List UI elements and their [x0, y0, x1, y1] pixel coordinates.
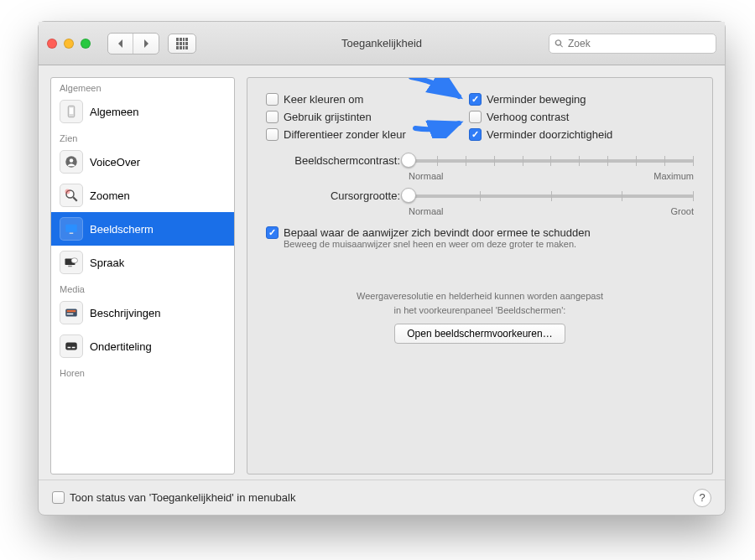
back-button[interactable]	[108, 34, 133, 54]
open-display-prefs-button[interactable]: Open beeldschermvoorkeuren…	[394, 324, 565, 344]
display-icon	[60, 217, 83, 241]
zoom-icon[interactable]	[81, 39, 91, 49]
nav-segment	[107, 33, 159, 54]
checkbox-icon	[469, 128, 482, 141]
sidebar-item-label: Ondertiteling	[90, 340, 152, 353]
checkbox-label: Verhoog contrast	[487, 111, 569, 123]
checkbox-icon	[52, 491, 65, 504]
checkbox-diff-without-color[interactable]: Differentieer zonder kleur	[266, 128, 459, 141]
slider-track[interactable]	[409, 188, 694, 205]
svg-point-6	[65, 189, 70, 194]
close-icon[interactable]	[47, 39, 57, 49]
preferences-window: Toegankelijkheid Algemeen Algemeen Zien	[38, 21, 726, 516]
minimize-icon[interactable]	[64, 39, 74, 49]
svg-rect-12	[65, 309, 77, 317]
checkbox-grid: Keer kleuren om Verminder beweging Gebru…	[266, 93, 694, 141]
slider-display-contrast: Beeldschermcontrast: Normaal Maximum	[266, 153, 694, 181]
sidebar-item-zoom[interactable]: Zoomen	[51, 179, 234, 212]
shake-description: Beweeg de muisaanwijzer snel heen en wee…	[284, 239, 694, 249]
checkbox-icon	[266, 128, 279, 141]
checkbox-icon	[266, 111, 279, 123]
checkbox-reduce-motion[interactable]: Verminder beweging	[469, 93, 694, 106]
checkbox-show-status-menubar[interactable]: Toon status van 'Toegankelijkheid' in me…	[52, 491, 295, 504]
slider-max-label: Maximum	[653, 171, 694, 181]
checkbox-icon	[469, 93, 482, 106]
svg-rect-1	[70, 108, 74, 115]
checkbox-label: Keer kleuren om	[284, 93, 363, 106]
toolbar: Toegankelijkheid	[39, 22, 725, 65]
checkbox-invert-colors[interactable]: Keer kleuren om	[266, 93, 459, 106]
sidebar-item-label: Beschrijvingen	[90, 307, 161, 319]
traffic-lights	[47, 39, 91, 49]
sidebar-item-display[interactable]: Beeldscherm	[51, 212, 234, 246]
svg-point-11	[71, 258, 78, 263]
checkbox-icon	[469, 111, 482, 123]
svg-rect-14	[67, 314, 74, 315]
svg-line-5	[73, 197, 77, 201]
checkbox-label: Verminder doorzichtigheid	[487, 128, 612, 141]
svg-point-3	[70, 158, 74, 163]
checkbox-label: Gebruik grijstinten	[284, 111, 372, 123]
resolution-note: Weergaveresolutie en helderheid kunnen w…	[266, 289, 694, 317]
slider-knob[interactable]	[401, 188, 416, 203]
sidebar-item-label: Beeldscherm	[90, 223, 154, 236]
checkbox-grayscale[interactable]: Gebruik grijstinten	[266, 111, 459, 123]
sidebar-item-descriptions[interactable]: Beschrijvingen	[51, 296, 234, 329]
svg-rect-17	[72, 347, 76, 349]
checkbox-increase-contrast[interactable]: Verhoog contrast	[469, 111, 694, 123]
svg-rect-13	[67, 310, 76, 312]
sidebar-item-voiceover[interactable]: VoiceOver	[51, 145, 234, 179]
shake-section: Bepaal waar de aanwijzer zich bevindt do…	[266, 226, 694, 249]
general-icon	[60, 100, 83, 123]
sidebar-item-speech[interactable]: Spraak	[51, 246, 234, 279]
svg-rect-7	[65, 225, 77, 232]
svg-rect-10	[68, 266, 72, 267]
captions-icon	[60, 334, 83, 358]
show-all-button[interactable]	[168, 34, 196, 54]
settings-panel: Keer kleuren om Verminder beweging Gebru…	[247, 77, 713, 474]
checkbox-shake-locate[interactable]: Bepaal waar de aanwijzer zich bevindt do…	[266, 226, 694, 239]
chevron-left-icon	[117, 39, 125, 48]
sidebar-list[interactable]: Algemeen Algemeen Zien VoiceOver	[51, 78, 234, 474]
search-icon	[555, 39, 564, 49]
checkbox-icon	[266, 93, 279, 106]
search-field[interactable]	[549, 34, 716, 54]
chevron-right-icon	[142, 39, 150, 48]
slider-cursor-size: Cursorgrootte: Normaal Groot	[266, 188, 694, 216]
group-header: Horen	[51, 363, 234, 380]
sidebar-item-label: Spraak	[90, 257, 124, 269]
sidebar-item-label: VoiceOver	[90, 156, 140, 169]
slider-min-label: Normaal	[409, 171, 444, 181]
checkbox-label: Toon status van 'Toegankelijkheid' in me…	[70, 491, 295, 504]
group-header: Media	[51, 279, 234, 296]
grid-icon	[176, 38, 188, 49]
speech-icon	[60, 251, 83, 274]
forward-button[interactable]	[133, 34, 159, 54]
sidebar-item-label: Zoomen	[90, 189, 130, 202]
checkbox-icon	[266, 226, 279, 239]
slider-max-label: Groot	[670, 206, 694, 216]
descriptions-icon	[60, 301, 83, 324]
checkbox-reduce-transparency[interactable]: Verminder doorzichtigheid	[469, 128, 694, 141]
group-header: Zien	[51, 128, 234, 145]
checkbox-label: Differentieer zonder kleur	[284, 128, 406, 141]
svg-rect-8	[70, 233, 74, 235]
slider-label: Cursorgrootte:	[266, 188, 400, 202]
zoom-icon	[60, 184, 83, 207]
checkbox-label: Bepaal waar de aanwijzer zich bevindt do…	[284, 226, 591, 239]
sidebar: Algemeen Algemeen Zien VoiceOver	[50, 77, 235, 474]
svg-rect-15	[65, 343, 77, 350]
slider-label: Beeldschermcontrast:	[266, 153, 400, 167]
svg-rect-16	[68, 347, 71, 349]
sidebar-item-general[interactable]: Algemeen	[51, 95, 234, 128]
checkbox-label: Verminder beweging	[487, 93, 586, 106]
group-header: Algemeen	[51, 78, 234, 95]
content-area: Algemeen Algemeen Zien VoiceOver	[39, 65, 725, 480]
slider-track[interactable]	[409, 153, 694, 169]
sidebar-item-captions[interactable]: Ondertiteling	[51, 329, 234, 363]
sidebar-item-label: Algemeen	[90, 106, 139, 118]
help-button[interactable]: ?	[693, 489, 711, 507]
slider-knob[interactable]	[401, 153, 416, 168]
search-input[interactable]	[568, 38, 711, 49]
slider-min-label: Normaal	[409, 206, 444, 216]
